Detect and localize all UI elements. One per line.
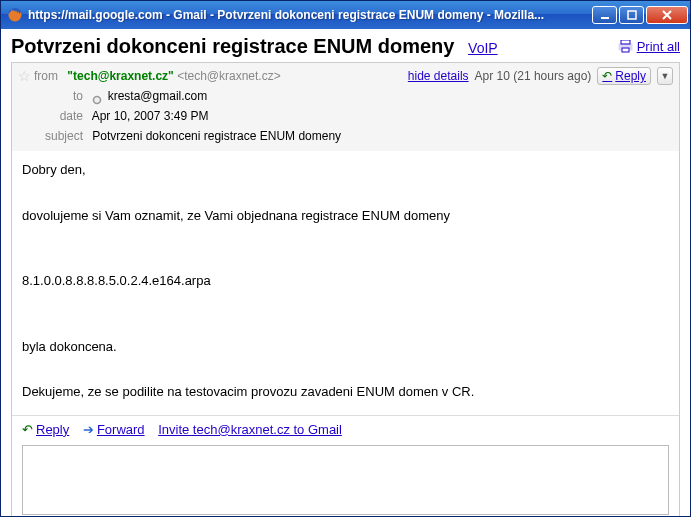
window-controls [592, 6, 688, 24]
print-all-link[interactable]: Print all [618, 39, 680, 54]
message-card: ☆ from "tech@kraxnet.cz" <tech@kraxnet.c… [11, 62, 680, 517]
window-titlebar: https://mail.google.com - Gmail - Potvrz… [1, 1, 690, 29]
forward-link[interactable]: Forward [97, 422, 145, 437]
svg-rect-1 [601, 17, 609, 19]
svg-rect-2 [628, 11, 636, 19]
reply-button-label: Reply [615, 69, 646, 83]
star-icon[interactable]: ☆ [18, 69, 31, 83]
svg-rect-5 [622, 48, 629, 52]
message-header: Potvrzeni dokonceni registrace ENUM dome… [11, 35, 680, 62]
from-name: "tech@kraxnet.cz" [67, 69, 173, 83]
message-meta: ☆ from "tech@kraxnet.cz" <tech@kraxnet.c… [12, 63, 679, 151]
message-body: Dobry den, dovolujeme si Vam oznamit, ze… [12, 151, 679, 415]
message-actions: ↶Reply ➔Forward Invite tech@kraxnet.cz t… [12, 415, 679, 443]
minimize-button[interactable] [592, 6, 617, 24]
subject-value: Potvrzeni dokonceni registrace ENUM dome… [92, 129, 341, 143]
body-line: byla dokoncena. [22, 338, 669, 356]
hide-details-link[interactable]: hide details [408, 69, 469, 83]
date-value: Apr 10, 2007 3:49 PM [92, 109, 209, 123]
lock-icon [92, 92, 102, 102]
body-line: dovolujeme si Vam oznamit, ze Vami objed… [22, 207, 669, 225]
svg-point-7 [95, 97, 100, 102]
reply-link[interactable]: Reply [36, 422, 69, 437]
date-label: date [33, 107, 83, 125]
body-line: Dekujeme, ze se podilite na testovacim p… [22, 383, 669, 401]
window-title: https://mail.google.com - Gmail - Potvrz… [28, 8, 586, 22]
body-line: Dobry den, [22, 161, 669, 179]
print-all-label: Print all [637, 39, 680, 54]
to-value: kresta@gmail.com [108, 89, 208, 103]
content-area: Potvrzeni dokonceni registrace ENUM dome… [1, 29, 690, 517]
from-label: from [34, 69, 58, 83]
to-label: to [33, 87, 83, 105]
invite-link[interactable]: Invite tech@kraxnet.cz to Gmail [158, 422, 342, 437]
page-title: Potvrzeni dokonceni registrace ENUM dome… [11, 35, 454, 57]
close-button[interactable] [646, 6, 688, 24]
subject-label: subject [33, 127, 83, 145]
maximize-button[interactable] [619, 6, 644, 24]
received-timestamp: Apr 10 (21 hours ago) [475, 69, 592, 83]
svg-rect-3 [621, 40, 630, 44]
reply-arrow-icon: ↶ [22, 422, 33, 437]
body-line: 8.1.0.0.8.8.8.8.5.0.2.4.e164.arpa [22, 272, 669, 290]
reply-menu-dropdown[interactable]: ▼ [657, 67, 673, 85]
forward-arrow-icon: ➔ [83, 422, 94, 437]
firefox-icon [7, 7, 23, 23]
label-link-voip[interactable]: VoIP [468, 40, 498, 56]
reply-arrow-icon: ↶ [602, 69, 612, 83]
from-address: <tech@kraxnet.cz> [177, 69, 281, 83]
quick-reply-textarea[interactable] [22, 445, 669, 515]
printer-icon [618, 40, 633, 53]
reply-button[interactable]: ↶ Reply [597, 67, 651, 85]
